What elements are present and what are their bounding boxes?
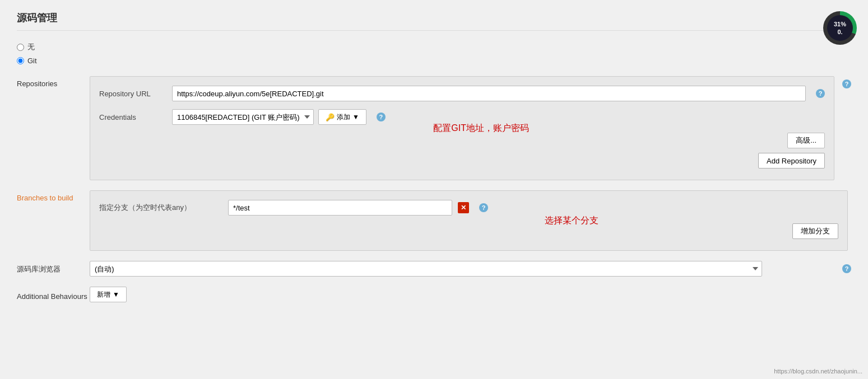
branch-field-label: 指定分支（为空时代表any） [99,203,222,213]
branches-label: Branches to build [17,190,90,202]
new-behaviour-dropdown-icon: ▼ [113,291,119,298]
additional-section: Additional Behaviours 新增 ▼ [17,287,851,302]
repositories-section: Repositories Repository URL ? Credential… [17,76,851,180]
radio-none-label: 无 [27,42,35,52]
add-credentials-button[interactable]: 🔑 添加 ▼ [318,109,366,125]
radio-git-label: Git [27,57,37,65]
branch-help-icon[interactable]: ? [479,203,488,212]
repositories-content: Repository URL ? Credentials 1106845[RED… [90,76,834,180]
corner-widget: 31% 0. [823,11,857,45]
source-browser-label: 源码库浏览器 [17,261,90,274]
repo-url-input-wrapper [172,86,806,101]
watermark: https://blog.csdn.net/zhaojunin... [774,368,862,375]
source-browser-help-icon[interactable]: ? [842,264,851,273]
credentials-label: Credentials [99,113,166,121]
branch-row: 指定分支（为空时代表any） ✕ ? [99,200,838,216]
repo-buttons: 高级... Add Repository [99,133,825,169]
credentials-select[interactable]: 1106845[REDACTED] (GIT 账户密码) [172,109,314,125]
advanced-button[interactable]: 高级... [787,133,825,148]
repositories-section-help: ? [838,76,851,88]
credentials-row: Credentials 1106845[REDACTED] (GIT 账户密码)… [99,109,825,125]
repositories-help-icon[interactable]: ? [842,79,851,88]
repo-url-label: Repository URL [99,90,166,98]
source-browser-section: 源码库浏览器 (自动) ? [17,261,851,277]
source-browser-help: ? [838,261,851,273]
repo-url-help-icon[interactable]: ? [816,89,825,98]
additional-label: Additional Behaviours [17,289,90,301]
branch-annotation: 选择某个分支 [545,215,598,227]
branches-section: Branches to build 指定分支（为空时代表any） ✕ ? 选择某… [17,190,851,251]
branches-content: 指定分支（为空时代表any） ✕ ? 选择某个分支 增加分支 [90,190,848,251]
repo-url-row: Repository URL ? [99,86,825,101]
remove-branch-button[interactable]: ✕ [458,202,469,213]
source-type-radio-group: 无 Git [17,42,851,65]
credentials-controls: 1106845[REDACTED] (GIT 账户密码) 🔑 添加 ▼ [172,109,366,125]
credentials-help-icon[interactable]: ? [377,113,386,121]
source-browser-controls: (自动) [90,261,834,277]
repo-url-input[interactable] [172,86,806,101]
add-credentials-label: 添加 [337,113,350,122]
branch-input[interactable] [228,200,452,216]
new-behaviour-button[interactable]: 新增 ▼ [90,287,127,302]
radio-git[interactable]: Git [17,57,851,65]
add-repository-button[interactable]: Add Repository [758,153,825,169]
add-credentials-dropdown-icon: ▼ [352,113,359,121]
radio-none-input[interactable] [17,44,24,51]
radio-git-input[interactable] [17,57,24,64]
new-behaviour-label: 新增 [97,290,110,300]
page-title: 源码管理 [17,11,851,31]
radio-none[interactable]: 无 [17,42,851,52]
widget-sub: 0. [837,28,842,36]
add-branch-button[interactable]: 增加分支 [792,223,838,239]
source-browser-select[interactable]: (自动) [90,261,762,277]
repositories-label: Repositories [17,76,90,88]
corner-inner: 31% 0. [827,15,853,41]
key-icon: 🔑 [326,113,335,121]
widget-percent: 31% [834,20,846,28]
